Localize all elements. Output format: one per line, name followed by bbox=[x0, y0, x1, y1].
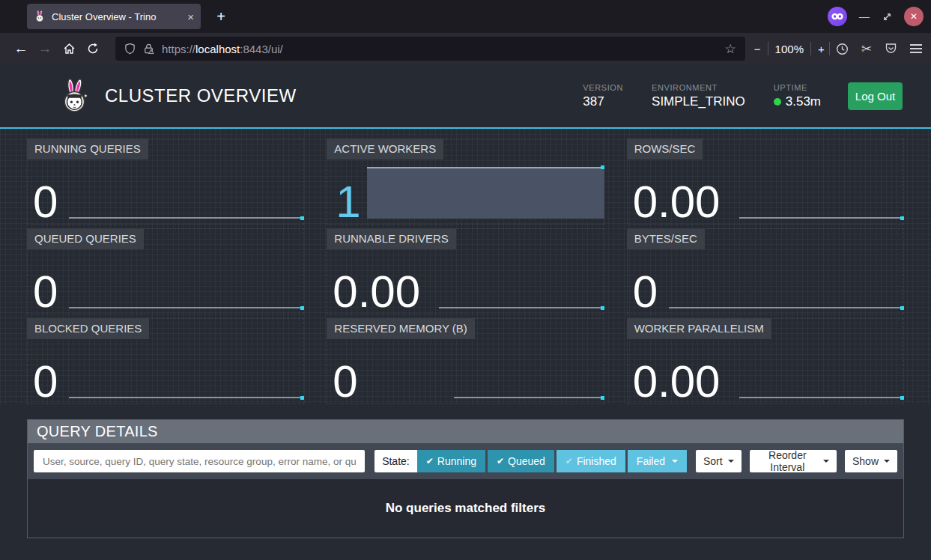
sort-dropdown-button[interactable]: Sort bbox=[696, 450, 742, 472]
stat-label: ACTIVE WORKERS bbox=[327, 139, 443, 159]
sparkline-dot bbox=[601, 165, 604, 169]
query-filter-toolbar: State: ✔ Running ✔ Queued ✔ Finished Fai… bbox=[28, 443, 903, 479]
zoom-out-button[interactable]: − bbox=[754, 43, 761, 55]
menu-hamburger-icon[interactable] bbox=[910, 44, 922, 53]
browser-tab-bar: Cluster Overview - Trino × + — ✕ bbox=[0, 0, 931, 33]
pocket-icon[interactable] bbox=[885, 43, 897, 55]
sparkline-dot bbox=[900, 216, 904, 220]
cluster-stats-grid: RUNNING QUERIES 0 ACTIVE WORKERS 1 ROWS/… bbox=[0, 129, 931, 404]
logout-button[interactable]: Log Out bbox=[848, 82, 903, 110]
home-icon bbox=[63, 43, 76, 55]
lock-warning-icon[interactable] bbox=[143, 43, 154, 55]
divider bbox=[810, 42, 811, 55]
sparkline-chart bbox=[367, 167, 604, 219]
page-title: CLUSTER OVERVIEW bbox=[105, 85, 297, 106]
stat-tile-reserved-memory: RESERVED MEMORY (B) 0 bbox=[327, 318, 604, 404]
window-close-button[interactable]: ✕ bbox=[904, 7, 924, 26]
stat-label: WORKER PARALLELISM bbox=[627, 318, 771, 339]
stat-tile-blocked-queries: BLOCKED QUERIES 0 bbox=[27, 318, 304, 404]
browser-toolbar: ← → https://localhost:8443/ui/ ☆ − 100% … bbox=[0, 33, 931, 64]
browser-tab[interactable]: Cluster Overview - Trino × bbox=[27, 4, 201, 29]
sparkline-chart bbox=[69, 397, 303, 398]
chevron-down-icon bbox=[884, 460, 890, 463]
stat-value: 0.00 bbox=[633, 359, 721, 404]
state-filter-failed-dropdown[interactable]: Failed bbox=[628, 450, 687, 472]
private-browsing-icon bbox=[828, 7, 847, 26]
stat-value: 0 bbox=[633, 270, 658, 314]
sparkline-chart bbox=[739, 217, 903, 219]
stat-value: 0 bbox=[333, 359, 357, 404]
bookmark-star-icon[interactable]: ☆ bbox=[725, 41, 736, 57]
back-button[interactable]: ← bbox=[9, 37, 33, 61]
environment-block: ENVIRONMENT SIMPLE_TRINO bbox=[652, 83, 745, 109]
uptime-value: 3.53m bbox=[774, 94, 821, 109]
stat-tile-running-queries: RUNNING QUERIES 0 bbox=[27, 139, 304, 225]
sparkline-dot bbox=[300, 396, 304, 400]
screenshot-scissors-icon[interactable]: ✂ bbox=[861, 41, 872, 57]
stat-label: QUEUED QUERIES bbox=[27, 228, 144, 249]
forward-button[interactable]: → bbox=[33, 37, 57, 61]
reload-icon bbox=[87, 43, 99, 55]
state-filter-running[interactable]: ✔ Running bbox=[417, 450, 485, 472]
environment-value: SIMPLE_TRINO bbox=[652, 94, 745, 109]
home-button[interactable] bbox=[57, 37, 81, 61]
stat-tile-active-workers: ACTIVE WORKERS 1 bbox=[327, 139, 604, 225]
window-minimize-button[interactable]: — bbox=[858, 10, 870, 22]
sparkline-chart bbox=[454, 397, 602, 398]
stat-value: 0 bbox=[33, 270, 58, 314]
state-filter-group: State: ✔ Running ✔ Queued ✔ Finished Fai… bbox=[374, 450, 687, 472]
stat-tile-runnable-drivers: RUNNABLE DRIVERS 0.00 bbox=[327, 228, 604, 314]
shield-icon[interactable] bbox=[124, 43, 136, 55]
stat-value: 1 bbox=[336, 180, 360, 225]
sparkline-dot bbox=[601, 396, 604, 400]
zoom-in-button[interactable]: + bbox=[818, 43, 825, 55]
divider bbox=[768, 42, 768, 55]
empty-message: No queries matched filters bbox=[386, 501, 546, 516]
sparkline-chart bbox=[69, 217, 303, 219]
sparkline-chart bbox=[439, 307, 602, 308]
state-filter-label: State: bbox=[374, 450, 417, 472]
environment-label: ENVIRONMENT bbox=[652, 83, 745, 92]
sparkline-dot bbox=[900, 396, 904, 400]
query-search-input[interactable] bbox=[34, 450, 365, 472]
check-icon: ✔ bbox=[565, 456, 573, 466]
reorder-interval-dropdown-button[interactable]: Reorder Interval bbox=[750, 450, 837, 472]
tab-title: Cluster Overview - Trino bbox=[52, 11, 181, 22]
query-list-empty-area: No queries matched filters bbox=[28, 479, 903, 538]
stat-label: BYTES/SEC bbox=[627, 228, 705, 249]
stat-label: RUNNING QUERIES bbox=[27, 139, 148, 159]
url-text[interactable]: https://localhost:8443/ui/ bbox=[162, 43, 283, 55]
divider bbox=[829, 42, 830, 55]
trino-cluster-overview-page: CLUSTER OVERVIEW VERSION 387 ENVIRONMENT… bbox=[0, 64, 931, 560]
stat-label: ROWS/SEC bbox=[627, 139, 703, 159]
version-label: VERSION bbox=[583, 83, 623, 92]
sparkline-dot bbox=[601, 306, 604, 310]
sparkline-chart bbox=[69, 307, 303, 308]
tab-close-icon[interactable]: × bbox=[187, 11, 194, 22]
query-details-title: QUERY DETAILS bbox=[28, 420, 903, 443]
state-filter-queued[interactable]: ✔ Queued bbox=[488, 450, 554, 472]
new-tab-button[interactable]: + bbox=[210, 5, 232, 28]
history-clock-icon[interactable] bbox=[836, 43, 849, 55]
stat-tile-bytes-sec: BYTES/SEC 0 bbox=[627, 228, 904, 314]
query-details-section: QUERY DETAILS State: ✔ Running ✔ Queued … bbox=[27, 419, 904, 538]
stat-label: RESERVED MEMORY (B) bbox=[327, 318, 475, 339]
stat-value: 0 bbox=[33, 180, 58, 225]
window-restore-button[interactable] bbox=[882, 11, 893, 22]
sparkline-dot bbox=[300, 306, 304, 310]
version-value: 387 bbox=[583, 94, 623, 109]
url-bar[interactable]: https://localhost:8443/ui/ ☆ bbox=[115, 37, 745, 61]
uptime-block: UPTIME 3.53m bbox=[774, 83, 821, 109]
trino-favicon bbox=[34, 10, 46, 22]
chevron-down-icon bbox=[728, 460, 734, 463]
stat-value: 0 bbox=[33, 359, 58, 404]
reload-button[interactable] bbox=[81, 37, 105, 61]
uptime-label: UPTIME bbox=[774, 83, 821, 92]
show-dropdown-button[interactable]: Show bbox=[845, 450, 897, 472]
stat-label: BLOCKED QUERIES bbox=[27, 318, 149, 339]
sparkline-chart bbox=[739, 397, 903, 398]
stat-tile-rows-sec: ROWS/SEC 0.00 bbox=[627, 139, 904, 225]
zoom-level[interactable]: 100% bbox=[775, 43, 804, 55]
state-filter-finished[interactable]: ✔ Finished bbox=[557, 450, 625, 472]
page-header: CLUSTER OVERVIEW VERSION 387 ENVIRONMENT… bbox=[0, 64, 931, 129]
